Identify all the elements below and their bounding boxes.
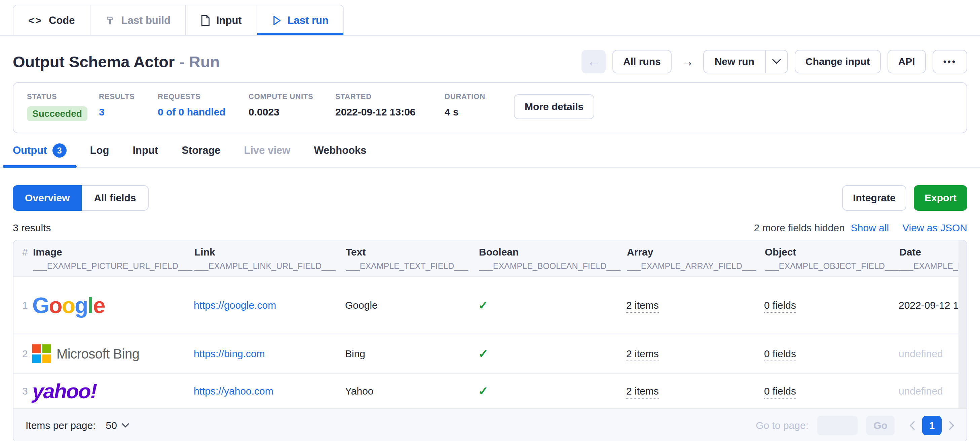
col-link-header: Link	[194, 246, 345, 258]
next-page-button[interactable]	[949, 421, 955, 430]
go-to-page-input	[817, 416, 858, 435]
requests-value-link[interactable]: 0 of 0 handled	[158, 106, 248, 118]
row-date: 2022-09-12 13:06:0	[899, 300, 967, 311]
results-value-link[interactable]: 3	[99, 106, 158, 118]
tab-last-build[interactable]: Last build	[90, 5, 185, 36]
tab-output[interactable]: Output 3	[3, 144, 77, 167]
integrate-button[interactable]: Integrate	[842, 185, 906, 211]
more-actions-button[interactable]: •••	[932, 50, 967, 74]
check-icon: ✓	[478, 384, 626, 398]
view-toggle: Overview All fields	[13, 185, 149, 211]
run-stats-card: STATUS Succeeded RESULTS 3 REQUESTS 0 of…	[13, 82, 967, 133]
object-expand-link[interactable]: 0 fields	[764, 300, 796, 313]
previous-run-button: ←	[581, 50, 606, 74]
row-date: undefined	[899, 348, 967, 360]
current-page-button[interactable]: 1	[922, 416, 942, 435]
duration-label: DURATION	[445, 92, 511, 101]
row-link[interactable]: https://bing.com	[194, 348, 345, 360]
chevron-down-icon	[122, 423, 129, 428]
table-scrollbar[interactable]	[958, 240, 967, 407]
check-icon: ✓	[478, 347, 626, 361]
tab-run-input[interactable]: Input	[123, 144, 168, 167]
chevron-right-icon	[949, 421, 955, 430]
output-count-badge: 3	[52, 144, 67, 158]
go-to-page-label: Go to page:	[756, 420, 808, 431]
col-array-header: Array	[627, 246, 764, 258]
hidden-fields-text: 2 more fields hidden	[754, 222, 845, 233]
items-per-page-label: Items per page:	[25, 420, 95, 431]
previous-page-button[interactable]	[909, 421, 915, 430]
row-link[interactable]: https://yahoo.com	[194, 385, 345, 397]
table-header-row: # Image ___EXAMPLE_PICTURE_URL_FIELD___ …	[13, 240, 967, 276]
col-boolean-header: Boolean	[479, 246, 626, 258]
page-title: Output Schema Actor- Run	[13, 53, 220, 71]
results-count: 3 results	[13, 222, 51, 233]
tab-last-run-label: Last run	[288, 14, 329, 27]
array-expand-link[interactable]: 2 items	[626, 300, 659, 313]
array-expand-link[interactable]: 2 items	[626, 348, 659, 361]
results-label: RESULTS	[99, 92, 158, 101]
table-row: 3 yahoo! https://yahoo.com Yahoo ✓ 2 ite…	[13, 373, 967, 408]
results-table: # Image ___EXAMPLE_PICTURE_URL_FIELD___ …	[13, 240, 967, 441]
chevron-left-icon	[909, 421, 915, 430]
next-run-button[interactable]: →	[678, 50, 697, 74]
play-icon	[272, 16, 282, 26]
row-date: undefined	[899, 385, 967, 397]
tab-live-view: Live view	[234, 144, 301, 167]
file-icon	[201, 15, 210, 26]
duration-value: 4 s	[445, 106, 511, 118]
tab-webhooks[interactable]: Webhooks	[304, 144, 376, 167]
tab-input-label: Input	[216, 14, 242, 27]
new-run-button[interactable]: New run	[704, 51, 765, 73]
row-text: Google	[345, 300, 478, 311]
overview-toggle-button[interactable]: Overview	[13, 185, 82, 211]
run-tabs: Output 3 Log Input Storage Live view Web…	[0, 144, 980, 168]
row-text: Bing	[345, 348, 478, 360]
array-expand-link[interactable]: 2 items	[626, 385, 659, 399]
microsoft-squares-icon	[32, 344, 51, 363]
top-tab-bar: <> Code Last build Input	[0, 0, 980, 36]
compute-units-label: COMPUTE UNITS	[248, 92, 335, 101]
tab-input[interactable]: Input	[185, 5, 256, 36]
change-input-button[interactable]: Change input	[795, 50, 881, 74]
row-link[interactable]: https://google.com	[194, 300, 345, 311]
started-value: 2022-09-12 13:06	[335, 106, 445, 118]
status-label: STATUS	[27, 92, 99, 101]
items-per-page-select[interactable]: 50	[106, 420, 129, 431]
google-logo-image: Google	[32, 293, 105, 318]
status-badge: Succeeded	[27, 106, 88, 121]
started-label: STARTED	[335, 92, 445, 101]
table-row: 2 Microsoft Bing https://bing.com Bing ✓…	[13, 334, 967, 373]
tab-code[interactable]: <> Code	[13, 5, 90, 36]
row-text: Yahoo	[345, 385, 478, 397]
yahoo-logo-image: yahoo!	[32, 379, 97, 403]
check-icon: ✓	[478, 298, 626, 312]
col-date-header: Date	[899, 246, 967, 258]
object-expand-link[interactable]: 0 fields	[764, 385, 796, 399]
export-button[interactable]: Export	[914, 185, 967, 211]
tab-storage[interactable]: Storage	[172, 144, 231, 167]
all-runs-button[interactable]: All runs	[612, 50, 671, 74]
new-run-dropdown-button[interactable]	[765, 51, 787, 73]
chevron-down-icon	[772, 59, 781, 64]
new-run-split-button: New run	[703, 50, 788, 74]
more-details-button[interactable]: More details	[514, 94, 594, 119]
object-expand-link[interactable]: 0 fields	[764, 348, 796, 361]
api-button[interactable]: API	[888, 50, 926, 74]
all-fields-toggle-button[interactable]: All fields	[82, 185, 149, 211]
arrow-right-icon: →	[681, 54, 694, 69]
tab-log[interactable]: Log	[80, 144, 119, 167]
view-as-json-link[interactable]: View as JSON	[902, 222, 967, 233]
bing-logo-image: Microsoft Bing	[32, 344, 186, 363]
col-text-header: Text	[346, 246, 478, 258]
ellipsis-icon: •••	[943, 57, 956, 67]
col-index-header: #	[22, 246, 32, 258]
show-all-link[interactable]: Show all	[851, 222, 889, 233]
go-button: Go	[866, 416, 894, 435]
arrow-left-icon: ←	[587, 54, 600, 69]
tab-last-run[interactable]: Last run	[256, 5, 344, 36]
tab-last-build-label: Last build	[121, 14, 170, 27]
page-title-suffix: - Run	[179, 53, 220, 71]
compute-units-value: 0.0023	[248, 106, 335, 118]
col-image-header: Image	[33, 246, 194, 258]
